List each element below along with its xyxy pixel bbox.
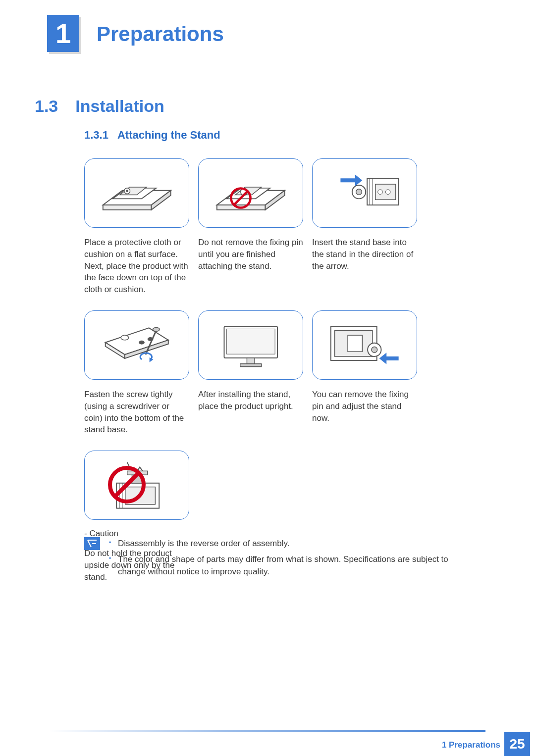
- step-1-figure: [84, 158, 189, 228]
- footer-page-number: 25: [504, 732, 530, 756]
- svg-marker-1: [103, 205, 152, 210]
- fasten-screw-icon: [93, 316, 181, 374]
- notes-list: Disassembly is the reverse order of asse…: [109, 537, 476, 581]
- svg-rect-35: [247, 358, 255, 364]
- svg-point-22: [356, 189, 362, 195]
- section-number: 1.3: [35, 97, 58, 116]
- prohibit-icon: [107, 465, 147, 504]
- step-4: Fasten the screw tightly (using a screwd…: [84, 310, 189, 436]
- monitor-face-down-icon: [93, 164, 181, 222]
- step-4-figure: [84, 310, 189, 380]
- step-1-text: Place a protective cloth or cushion on a…: [84, 237, 189, 296]
- svg-line-50: [115, 473, 139, 497]
- svg-rect-39: [348, 335, 362, 352]
- step-3-text: Insert the stand base into the stand in …: [312, 237, 417, 272]
- insert-stand-base-icon: [321, 164, 409, 222]
- footer-section-label: 1 Preparations: [442, 740, 500, 750]
- svg-point-31: [153, 328, 160, 332]
- step-5-text: After installing the stand, place the pr…: [198, 389, 303, 412]
- svg-point-20: [385, 190, 390, 195]
- svg-point-41: [372, 347, 377, 353]
- step-7-figure: [84, 451, 189, 520]
- step-6: You can remove the fixing pin and adjust…: [312, 310, 417, 436]
- step-3: Insert the stand base into the stand in …: [312, 158, 417, 296]
- subsection-number: 1.3.1: [84, 129, 108, 142]
- subsection-title: Attaching the Stand: [117, 129, 220, 142]
- page-footer: 1 Preparations 25: [0, 732, 535, 756]
- svg-marker-42: [379, 353, 398, 364]
- section-title: Installation: [75, 97, 164, 116]
- step-2-text: Do not remove the fixing pin until you a…: [198, 237, 303, 272]
- step-4-text: Fasten the screw tightly (using a screwd…: [84, 389, 189, 436]
- chapter-number-badge: 1: [47, 15, 79, 52]
- subsection-heading: 1.3.1 Attaching the Stand: [84, 129, 220, 142]
- footer-divider: [50, 730, 485, 732]
- note-icon: [84, 537, 100, 550]
- step-2: Do not remove the fixing pin until you a…: [198, 158, 303, 296]
- step-2-figure: [198, 158, 303, 228]
- svg-point-19: [377, 190, 382, 195]
- section-heading: 1.3 Installation: [35, 97, 164, 116]
- note-item: The color and shape of parts may differ …: [109, 553, 476, 578]
- step-6-figure: [312, 310, 417, 380]
- steps-grid: Place a protective cloth or cushion on a…: [84, 158, 417, 583]
- step-1: Place a protective cloth or cushion on a…: [84, 158, 189, 296]
- svg-rect-34: [226, 329, 275, 354]
- step-5: After installing the stand, place the pr…: [198, 310, 303, 436]
- chapter-title: Preparations: [97, 22, 224, 46]
- step-6-text: You can remove the fixing pin and adjust…: [312, 389, 417, 424]
- step-5-figure: [198, 310, 303, 380]
- step-3-figure: [312, 158, 417, 228]
- svg-point-28: [139, 341, 145, 345]
- svg-point-6: [126, 190, 128, 193]
- note-item: Disassembly is the reverse order of asse…: [109, 537, 476, 550]
- svg-line-14: [234, 191, 248, 205]
- svg-point-27: [121, 335, 129, 340]
- notes-block: Disassembly is the reverse order of asse…: [84, 537, 476, 581]
- svg-rect-36: [240, 364, 261, 367]
- svg-marker-23: [340, 175, 362, 186]
- monitor-upright-icon: [207, 316, 295, 374]
- prohibit-icon: [229, 187, 252, 209]
- remove-pin-icon: [321, 316, 409, 374]
